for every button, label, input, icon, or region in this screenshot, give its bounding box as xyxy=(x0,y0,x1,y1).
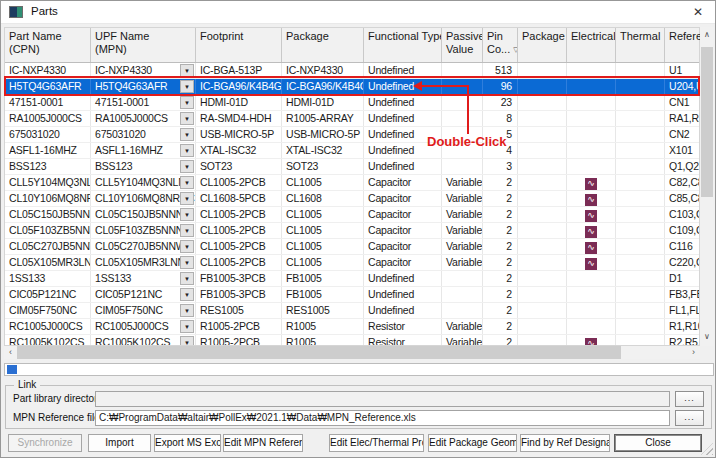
cell-footprint[interactable]: RES1005 xyxy=(196,303,282,318)
cell-functional-type[interactable]: Undefined xyxy=(364,271,442,286)
electrical-property-icon[interactable]: ∿ xyxy=(585,194,597,206)
resize-grip[interactable] xyxy=(701,443,713,455)
cell-thermal[interactable] xyxy=(616,127,665,142)
table-row[interactable]: 47151-000147151-0001▼HDMI-01DHDMI-01DUnd… xyxy=(5,95,699,111)
cell-cpn[interactable]: CLL5Y104MQ3NLNC xyxy=(5,175,91,190)
cell-pin-count[interactable]: 2 xyxy=(483,271,518,286)
cell-cpn[interactable]: RC1005J000CS xyxy=(5,319,91,334)
table-row[interactable]: RC1005K102CSRC1005K102CS▼R1005-2PCBR1005… xyxy=(5,335,699,345)
cell-electrical[interactable] xyxy=(567,111,616,126)
cell-cpn[interactable]: 675031020 xyxy=(5,127,91,142)
cell-electrical[interactable] xyxy=(567,319,616,334)
cell-package[interactable]: FB1005 xyxy=(282,287,364,302)
cell-footprint[interactable]: CL1005-2PCB xyxy=(196,223,282,238)
cell-functional-type[interactable]: Capacitor xyxy=(364,175,442,190)
cell-package[interactable]: IC-BGA96/K4B4G16 xyxy=(282,79,364,94)
part-library-directory-browse-button[interactable]: ... xyxy=(675,391,704,407)
electrical-property-icon[interactable]: ∿ xyxy=(585,242,597,254)
cell-mpn[interactable]: RC1005K102CS▼ xyxy=(91,335,196,345)
mpn-dropdown-icon[interactable]: ▼ xyxy=(180,224,194,237)
cell-thermal[interactable] xyxy=(616,271,665,286)
cell-package[interactable]: CL1005 xyxy=(282,255,364,270)
cell-pin-count[interactable]: 513 xyxy=(483,63,518,78)
cell-functional-type[interactable]: Capacitor xyxy=(364,223,442,238)
part-library-directory-field[interactable] xyxy=(95,391,670,407)
cell-mpn[interactable]: RC1005J000CS▼ xyxy=(91,319,196,334)
electrical-property-icon[interactable]: ∿ xyxy=(585,178,597,190)
table-row[interactable]: CL05C150JB5NNNDCL05C150JB5NNND▼CL1005-2P… xyxy=(5,207,699,223)
cell-reference[interactable]: C82,C83 xyxy=(665,175,699,190)
cell-cpn[interactable]: IC-NXP4330 xyxy=(5,63,91,78)
cell-passive-value[interactable]: Variable xyxy=(442,239,483,254)
cell-reference[interactable]: U204,U xyxy=(665,79,699,94)
cell-thermal[interactable] xyxy=(616,207,665,222)
cell-footprint[interactable]: IC-BGA-513P xyxy=(196,63,282,78)
column-header-upf-name-mpn[interactable]: UPF Name(MPN) xyxy=(91,28,196,62)
find-by-ref-designator-button[interactable]: Find by Ref Designator xyxy=(520,434,610,452)
column-header-footprint[interactable]: Footprint xyxy=(196,28,282,62)
table-row[interactable]: CIM05F750NCCIM05F750NC▼RES1005RES1005Und… xyxy=(5,303,699,319)
cell-passive-value[interactable] xyxy=(442,271,483,286)
cell-package[interactable]: FB1005 xyxy=(282,271,364,286)
cell-package-geom[interactable] xyxy=(518,191,567,206)
cell-thermal[interactable] xyxy=(616,79,665,94)
cell-footprint[interactable]: USB-MICRO-5P xyxy=(196,127,282,142)
cell-mpn[interactable]: CL10Y106MQ8NRNC▼ xyxy=(91,191,196,206)
vertical-scrollbar[interactable]: ∧ ∨ xyxy=(700,27,714,346)
cell-reference[interactable]: Q1,Q2 xyxy=(665,159,699,174)
cell-thermal[interactable] xyxy=(616,319,665,334)
cell-package-geom[interactable] xyxy=(518,223,567,238)
cell-reference[interactable]: CN2 xyxy=(665,127,699,142)
cell-package-geom[interactable] xyxy=(518,271,567,286)
cell-footprint[interactable]: FB1005-3PCB xyxy=(196,287,282,302)
mpn-reference-file-browse-button[interactable]: ... xyxy=(675,410,704,426)
cell-pin-count[interactable]: 3 xyxy=(483,159,518,174)
cell-thermal[interactable] xyxy=(616,223,665,238)
cell-mpn[interactable]: CLL5Y104MQ3NLNC▼ xyxy=(91,175,196,190)
cell-electrical[interactable]: ∿ xyxy=(567,335,616,345)
cell-passive-value[interactable]: Variable xyxy=(442,255,483,270)
cell-reference[interactable]: X101 xyxy=(665,143,699,158)
cell-thermal[interactable] xyxy=(616,335,665,345)
table-row[interactable]: H5TQ4G63AFRH5TQ4G63AFR▼IC-BGA96/K4B4G16I… xyxy=(5,79,699,95)
table-row[interactable]: 675031020675031020▼USB-MICRO-5PUSB-MICRO… xyxy=(5,127,699,143)
cell-cpn[interactable]: CL05C270JB5NNWC xyxy=(5,239,91,254)
cell-cpn[interactable]: H5TQ4G63AFR xyxy=(5,79,91,94)
cell-mpn[interactable]: BSS123▼ xyxy=(91,159,196,174)
table-row[interactable]: IC-NXP4330IC-NXP4330▼IC-BGA-513PIC-NXP43… xyxy=(5,63,699,79)
cell-reference[interactable]: FL1,FL2 xyxy=(665,303,699,318)
cell-functional-type[interactable]: Resistor xyxy=(364,335,442,345)
cell-passive-value[interactable]: Variable xyxy=(442,223,483,238)
cell-reference[interactable]: C85,C86 xyxy=(665,191,699,206)
export-ms-excel-button[interactable]: Export MS Excel xyxy=(154,434,221,452)
cell-cpn[interactable]: 1SS133 xyxy=(5,271,91,286)
mpn-dropdown-icon[interactable]: ▼ xyxy=(180,208,194,221)
cell-package-geom[interactable] xyxy=(518,143,567,158)
cell-passive-value[interactable]: Variable xyxy=(442,175,483,190)
cell-mpn[interactable]: CIM05F750NC▼ xyxy=(91,303,196,318)
cell-package-geom[interactable] xyxy=(518,319,567,334)
cell-footprint[interactable]: IC-BGA96/K4B4G16 xyxy=(196,79,282,94)
cell-reference[interactable]: C116 xyxy=(665,239,699,254)
cell-reference[interactable]: R1,R10, xyxy=(665,319,699,334)
cell-functional-type[interactable]: Undefined xyxy=(364,159,442,174)
mpn-dropdown-icon[interactable]: ▼ xyxy=(180,128,194,141)
cell-package[interactable]: RES1005 xyxy=(282,303,364,318)
cell-electrical[interactable] xyxy=(567,287,616,302)
cell-thermal[interactable] xyxy=(616,191,665,206)
cell-footprint[interactable]: XTAL-ISC32 xyxy=(196,143,282,158)
cell-reference[interactable]: C220,C2 xyxy=(665,255,699,270)
cell-package-geom[interactable] xyxy=(518,303,567,318)
close-icon[interactable]: ✕ xyxy=(681,1,715,24)
horizontal-scrollbar[interactable]: ‹ › xyxy=(4,346,700,359)
cell-electrical[interactable]: ∿ xyxy=(567,239,616,254)
cell-cpn[interactable]: BSS123 xyxy=(5,159,91,174)
cell-electrical[interactable]: ∿ xyxy=(567,255,616,270)
cell-thermal[interactable] xyxy=(616,175,665,190)
cell-footprint[interactable]: RA-SMD4-HDH xyxy=(196,111,282,126)
electrical-property-icon[interactable]: ∿ xyxy=(585,338,597,345)
cell-cpn[interactable]: CL05X105MR3LNNH xyxy=(5,255,91,270)
cell-mpn[interactable]: 47151-0001▼ xyxy=(91,95,196,110)
cell-electrical[interactable]: ∿ xyxy=(567,191,616,206)
cell-pin-count[interactable]: 2 xyxy=(483,207,518,222)
